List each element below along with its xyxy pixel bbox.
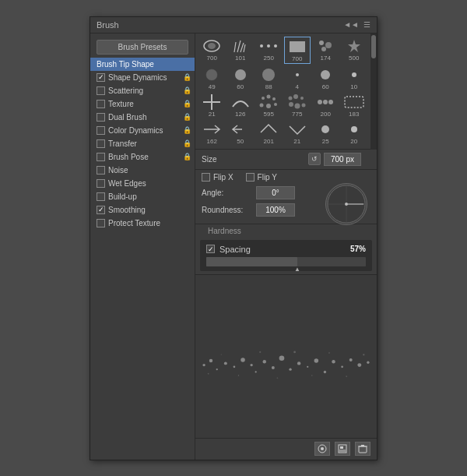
angle-label: Angle: (202, 189, 256, 197)
new-preset-button[interactable] (314, 442, 330, 456)
svg-point-64 (367, 361, 369, 363)
texture-checkbox[interactable] (97, 100, 105, 108)
sidebar-item-wet-edges[interactable]: Wet Edges (90, 177, 195, 190)
lock-icon: 🔒 (183, 100, 191, 108)
panel-body: Brush Presets Brush Tip Shape ✓ Shape Dy… (90, 33, 377, 460)
brush-cell[interactable]: 126 (227, 93, 255, 118)
angle-dial[interactable] (325, 183, 367, 225)
svg-point-28 (293, 94, 298, 99)
sidebar-item-color-dynamics[interactable]: Color Dynamics 🔒 (90, 124, 195, 137)
sidebar-item-transfer[interactable]: Transfer 🔒 (90, 137, 195, 150)
brush-cell[interactable]: 60 (312, 65, 339, 91)
brush-cell[interactable]: 200 (312, 93, 339, 118)
brush-grid-wrapper: 700 101 250 (195, 33, 377, 150)
svg-point-46 (216, 368, 218, 370)
brush-cell[interactable]: 174 (312, 37, 339, 64)
color-dynamics-checkbox[interactable] (97, 126, 105, 135)
flip-row: Flip X Flip Y (202, 173, 370, 182)
angle-input[interactable] (256, 186, 295, 199)
brush-cell[interactable]: 4 (284, 65, 311, 91)
noise-checkbox[interactable] (97, 166, 105, 175)
brush-cell[interactable]: 700 (198, 37, 226, 64)
save-button[interactable] (335, 442, 350, 456)
sidebar-item-shape-dynamics[interactable]: ✓ Shape Dynamics 🔒 (90, 71, 195, 84)
svg-line-2 (234, 42, 236, 52)
sidebar-item-dual-brush[interactable]: Dual Brush 🔒 (90, 111, 195, 124)
smoothing-checkbox[interactable]: ✓ (97, 206, 105, 214)
right-panel: 700 101 250 (195, 33, 377, 460)
sidebar-item-smoothing[interactable]: ✓ Smoothing (90, 203, 195, 217)
svg-line-4 (241, 43, 244, 52)
svg-point-68 (259, 351, 261, 352)
preview-area (195, 274, 377, 438)
menu-icon[interactable]: ☰ (363, 20, 370, 29)
sidebar-item-scattering[interactable]: Scattering 🔒 (90, 84, 195, 97)
brush-cell[interactable]: 250 (255, 37, 283, 64)
delete-button[interactable] (355, 442, 370, 456)
sidebar-item-protect-texture[interactable]: Protect Texture (90, 217, 195, 230)
menu-item-label: Noise (108, 166, 128, 175)
scattering-checkbox[interactable] (97, 86, 105, 95)
brush-cell[interactable]: 20 (341, 120, 368, 146)
transfer-checkbox[interactable] (97, 139, 105, 148)
brush-num: 10 (350, 83, 357, 90)
brush-cell[interactable]: 50 (227, 120, 255, 146)
brush-num: 101 (235, 55, 245, 62)
sidebar-item-build-up[interactable]: Build-up (90, 190, 195, 203)
brush-presets-button[interactable]: Brush Presets (97, 40, 188, 55)
brush-thumb (229, 121, 252, 138)
build-up-checkbox[interactable] (97, 192, 105, 201)
svg-point-71 (311, 375, 313, 376)
svg-point-48 (234, 365, 236, 368)
brush-cell[interactable]: 60 (227, 65, 255, 91)
svg-point-26 (274, 103, 277, 106)
brush-cell[interactable]: 49 (198, 65, 226, 91)
svg-point-61 (341, 365, 343, 368)
spacing-bar[interactable]: ▲ (206, 257, 366, 266)
svg-point-72 (328, 352, 330, 354)
brush-cell[interactable]: 21 (284, 120, 311, 146)
brush-num: 49 (209, 83, 216, 90)
brush-cell[interactable]: 595 (255, 93, 283, 118)
brush-cell[interactable]: 101 (227, 37, 255, 64)
flip-x-label[interactable]: Flip X (202, 173, 234, 182)
brush-thumb (229, 66, 252, 83)
brush-cell[interactable]: 162 (198, 120, 226, 146)
brush-cell[interactable]: 25 (312, 120, 339, 146)
brush-cell[interactable]: 183 (341, 93, 368, 118)
flip-y-checkbox[interactable] (246, 173, 255, 182)
brush-cell-selected[interactable]: 700 (284, 37, 311, 64)
brush-cell[interactable]: 500 (341, 37, 368, 64)
wet-edges-checkbox[interactable] (97, 179, 105, 188)
sidebar-item-noise[interactable]: Noise (90, 164, 195, 177)
shape-dynamics-checkbox[interactable]: ✓ (97, 73, 105, 82)
reset-size-button[interactable]: ↺ (308, 153, 321, 165)
brush-grid-scrollbar[interactable] (370, 33, 377, 150)
svg-rect-78 (340, 446, 343, 449)
brush-cell[interactable]: 775 (284, 93, 311, 118)
brush-cell[interactable]: 21 (198, 93, 226, 118)
sidebar-item-texture[interactable]: Texture 🔒 (90, 97, 195, 111)
brush-num: 700 (292, 55, 302, 62)
size-value[interactable]: 700 px (324, 153, 361, 166)
brush-num: 21 (293, 138, 300, 145)
sidebar-item-brush-pose[interactable]: Brush Pose 🔒 (90, 150, 195, 164)
panel-title: Brush (97, 20, 119, 30)
flip-x-checkbox[interactable] (202, 173, 210, 182)
brush-cell[interactable]: 10 (341, 65, 368, 91)
brush-pose-checkbox[interactable] (97, 153, 105, 161)
collapse-icon[interactable]: ◄◄ (343, 20, 359, 29)
brush-num: 20 (350, 138, 357, 145)
svg-point-62 (349, 358, 353, 361)
sidebar-item-brush-tip-shape[interactable]: Brush Tip Shape (90, 58, 195, 71)
flip-y-label[interactable]: Flip Y (246, 173, 277, 182)
dual-brush-checkbox[interactable] (97, 113, 105, 122)
svg-point-74 (363, 354, 364, 355)
brush-thumb (257, 121, 280, 138)
spacing-checkbox[interactable]: ✓ (206, 245, 215, 253)
brush-cell[interactable]: 201 (255, 120, 283, 146)
brush-cell[interactable]: 88 (255, 65, 283, 91)
protect-texture-checkbox[interactable] (97, 219, 105, 227)
roundness-input[interactable] (256, 203, 295, 217)
brush-num: 183 (349, 111, 359, 118)
